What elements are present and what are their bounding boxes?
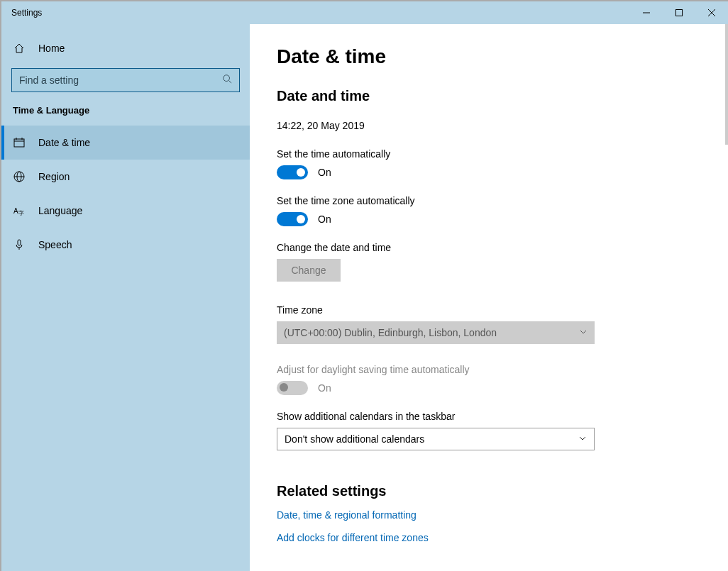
nav-speech[interactable]: Speech — [1, 228, 250, 262]
svg-rect-6 — [14, 139, 24, 147]
nav-language[interactable]: A字 Language — [1, 194, 250, 228]
set-tz-auto-toggle[interactable] — [277, 212, 308, 226]
home-icon — [13, 42, 26, 55]
chevron-down-icon — [579, 327, 588, 338]
addl-cal-label: Show additional calendars in the taskbar — [277, 411, 700, 422]
microphone-icon — [13, 238, 26, 251]
svg-line-5 — [229, 81, 232, 84]
dst-state: On — [318, 382, 331, 394]
nav-home-label: Home — [38, 43, 65, 54]
timezone-label: Time zone — [277, 304, 700, 316]
chevron-down-icon — [578, 433, 587, 445]
dst-toggle — [277, 381, 308, 395]
content-area: Date & time Date and time 14:22, 20 May … — [250, 24, 728, 571]
link-formatting[interactable]: Date, time & regional formatting — [277, 509, 700, 521]
nav-speech-label: Speech — [38, 239, 72, 250]
dst-label: Adjust for daylight saving time automati… — [277, 364, 700, 375]
search-icon — [222, 74, 232, 87]
language-icon: A字 — [13, 204, 26, 217]
set-tz-auto-state: On — [318, 214, 331, 225]
section-title: Date and time — [277, 88, 700, 104]
window-title: Settings — [11, 8, 42, 18]
date-time-icon — [13, 136, 26, 149]
set-time-auto-label: Set the time automatically — [277, 148, 700, 160]
titlebar: Settings — [1, 1, 728, 24]
set-tz-auto-label: Set the time zone automatically — [277, 195, 700, 206]
svg-rect-1 — [676, 10, 683, 16]
caption-buttons — [630, 1, 728, 24]
close-icon — [708, 9, 715, 16]
globe-icon — [13, 170, 26, 183]
svg-point-4 — [224, 75, 230, 82]
close-button[interactable] — [695, 1, 728, 24]
related-settings-title: Related settings — [277, 483, 700, 499]
page-title: Date & time — [277, 45, 700, 68]
current-datetime: 14:22, 20 May 2019 — [277, 120, 700, 131]
sidebar: Home Time & Language Date & time Region — [1, 24, 250, 571]
search-input[interactable] — [19, 74, 222, 86]
change-dt-label: Change the date and time — [277, 242, 700, 253]
maximize-button[interactable] — [663, 1, 695, 24]
svg-rect-15 — [18, 240, 21, 245]
svg-text:A: A — [13, 207, 18, 215]
svg-text:字: 字 — [18, 210, 24, 216]
timezone-value: (UTC+00:00) Dublin, Edinburgh, Lisbon, L… — [284, 327, 497, 338]
scrollbar[interactable] — [725, 24, 728, 145]
link-clocks[interactable]: Add clocks for different time zones — [277, 532, 700, 543]
nav-home[interactable]: Home — [1, 31, 250, 65]
minimize-button[interactable] — [630, 1, 663, 24]
nav-region-label: Region — [38, 171, 70, 182]
svg-line-3 — [708, 9, 715, 16]
minimize-icon — [643, 9, 650, 16]
nav-region[interactable]: Region — [1, 160, 250, 194]
nav-date-time-label: Date & time — [38, 137, 90, 148]
search-box[interactable] — [11, 68, 240, 92]
timezone-dropdown: (UTC+00:00) Dublin, Edinburgh, Lisbon, L… — [277, 321, 595, 344]
addl-cal-dropdown[interactable]: Don't show additional calendars — [277, 428, 595, 450]
set-time-auto-toggle[interactable] — [277, 165, 308, 179]
svg-line-2 — [708, 9, 715, 16]
change-button: Change — [277, 259, 341, 282]
addl-cal-value: Don't show additional calendars — [285, 433, 424, 445]
set-time-auto-state: On — [318, 167, 331, 178]
nav-date-time[interactable]: Date & time — [1, 126, 250, 160]
category-header: Time & Language — [1, 105, 250, 126]
nav-language-label: Language — [38, 205, 82, 216]
maximize-icon — [675, 9, 683, 16]
